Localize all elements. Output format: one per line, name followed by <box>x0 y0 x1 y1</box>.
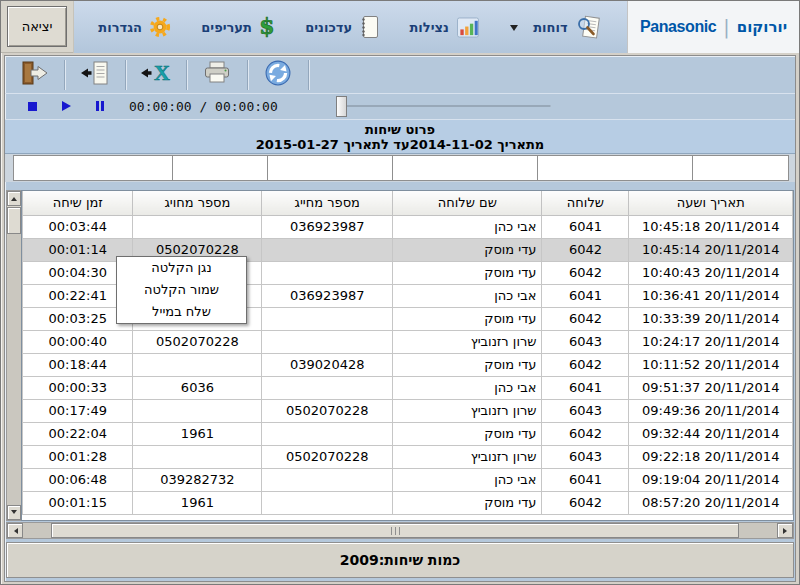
cell-caller: 0502070228 <box>262 399 393 422</box>
cell-name: אבי כהן <box>393 284 542 307</box>
cell-ext: 6041 <box>542 468 629 491</box>
cell-datetime: 10:33:39 20/11/2014 <box>629 307 793 330</box>
refresh-icon <box>265 60 291 89</box>
export-excel-button[interactable]: X <box>131 59 181 91</box>
table-row[interactable]: 09:51:37 20/11/20146041אבי כהן603600:00:… <box>23 376 793 399</box>
arrow-up-icon <box>11 194 17 201</box>
filter-cell[interactable] <box>268 155 393 181</box>
cell-duration: 00:17:49 <box>23 399 133 422</box>
scroll-right-button[interactable] <box>777 523 793 538</box>
player-time: 00:00:00 / 00:00:00 <box>129 99 278 114</box>
exit-button[interactable]: יציאה <box>7 6 67 47</box>
slider-track[interactable] <box>336 105 551 107</box>
printer-button[interactable] <box>192 59 242 91</box>
cell-ext: 6042 <box>542 238 629 261</box>
column-header-datetime[interactable]: תאריך ושעה <box>629 191 793 215</box>
vertical-scroll-thumb[interactable] <box>7 207 21 234</box>
logo-divider: | <box>723 16 729 38</box>
menu-item-report-search[interactable]: דוחות <box>504 11 608 44</box>
filter-cell[interactable] <box>13 155 173 181</box>
dropdown-arrow-icon[interactable] <box>510 25 518 35</box>
slider-handle[interactable] <box>336 96 347 117</box>
cell-name: עדי מוסק <box>393 261 542 284</box>
refresh-button[interactable] <box>253 59 303 91</box>
menu-item-gear[interactable]: הגדרות <box>92 12 177 42</box>
cell-name: אבי כהן <box>393 376 542 399</box>
cell-caller: 039020428 <box>262 353 393 376</box>
horizontal-scroll-track[interactable] <box>23 523 777 538</box>
exit-door-button[interactable] <box>9 59 59 91</box>
table-row[interactable]: 10:45:18 20/11/20146041אבי כהן0369239870… <box>23 215 793 238</box>
stop-icon <box>28 99 37 114</box>
cell-caller <box>262 330 393 353</box>
menu-item-notebook[interactable]: עדכונים <box>299 11 385 43</box>
cell-called <box>133 445 262 468</box>
export-excel-icon: X <box>140 60 172 89</box>
table-row[interactable]: 09:22:18 20/11/20146043שרון רזנוביץ05020… <box>23 445 793 468</box>
scroll-down-button[interactable] <box>7 505 21 520</box>
cell-duration: 00:00:33 <box>23 376 133 399</box>
menu-item-bar-chart[interactable]: נצילות <box>403 13 485 42</box>
brand-logo: Panasonic | יורוקום <box>627 1 799 53</box>
cell-datetime: 10:40:43 20/11/2014 <box>629 261 793 284</box>
horizontal-scrollbar[interactable] <box>6 522 794 539</box>
filter-cell[interactable] <box>393 155 538 181</box>
horizontal-scroll-thumb[interactable] <box>51 523 739 538</box>
table-row[interactable]: 10:11:52 20/11/20146042עדי מוסק039020428… <box>23 353 793 376</box>
table-row[interactable]: 10:24:17 20/11/20146043שרון רזנוביץ05020… <box>23 330 793 353</box>
context-menu-item[interactable]: נגן הקלטה <box>117 257 246 279</box>
vertical-scroll-track[interactable] <box>7 234 21 505</box>
vertical-scrollbar[interactable] <box>6 190 21 521</box>
cell-datetime: 09:51:37 20/11/2014 <box>629 376 793 399</box>
scroll-up-button[interactable] <box>7 191 21 206</box>
menubar-items: הגדרותתעריפים$עדכוניםנצילותדוחות <box>73 1 627 53</box>
context-menu-item[interactable]: שלח במייל <box>117 301 246 323</box>
filter-cell[interactable] <box>693 155 789 181</box>
cell-datetime: 09:32:44 20/11/2014 <box>629 422 793 445</box>
cell-called <box>133 215 262 238</box>
cell-duration: 00:18:44 <box>23 353 133 376</box>
column-header-called[interactable]: מספר מחויג <box>133 191 262 215</box>
cell-name: שרון רזנוביץ <box>393 399 542 422</box>
cell-datetime: 08:57:20 20/11/2014 <box>629 491 793 514</box>
filter-cell[interactable] <box>173 155 268 181</box>
cell-datetime: 09:22:18 20/11/2014 <box>629 445 793 468</box>
table-row[interactable]: 08:57:20 20/11/20146042עדי מוסק196100:01… <box>23 491 793 514</box>
filter-row <box>5 154 795 182</box>
cell-name: שרון רזנוביץ <box>393 445 542 468</box>
table-row[interactable]: 09:49:36 20/11/20146043שרון רזנוביץ05020… <box>23 399 793 422</box>
cell-called: 0502070228 <box>133 330 262 353</box>
scroll-left-button[interactable] <box>7 523 23 538</box>
column-header-name[interactable]: שם שלוחה <box>393 191 542 215</box>
notebook-icon <box>359 15 379 39</box>
table-row[interactable]: 09:19:04 20/11/20146041אבי כהן0392827320… <box>23 468 793 491</box>
grip-icon <box>391 527 400 535</box>
exit-door-icon <box>19 60 49 89</box>
cell-duration: 00:01:28 <box>23 445 133 468</box>
cell-name: עדי מוסק <box>393 307 542 330</box>
cell-name: עדי מוסק <box>393 491 542 514</box>
cell-caller <box>262 422 393 445</box>
cell-name: אבי כהן <box>393 215 542 238</box>
cell-duration: 00:01:15 <box>23 491 133 514</box>
play-button[interactable] <box>53 98 79 116</box>
cell-ext: 6042 <box>542 422 629 445</box>
export-document-button[interactable] <box>70 59 120 91</box>
eurocom-logo: יורוקום <box>737 18 787 36</box>
cell-called: 6036 <box>133 376 262 399</box>
stop-button[interactable] <box>19 98 45 116</box>
table-row[interactable]: 09:32:44 20/11/20146042עדי מוסק196100:22… <box>23 422 793 445</box>
pause-button[interactable] <box>87 98 113 116</box>
cell-caller <box>262 468 393 491</box>
column-header-caller[interactable]: מספר מחייג <box>262 191 393 215</box>
player-seek-slider[interactable] <box>336 96 551 117</box>
toolbar-separator <box>125 60 126 90</box>
column-header-duration[interactable]: זמן שיחה <box>23 191 133 215</box>
printer-icon <box>203 61 231 88</box>
column-header-ext[interactable]: שלוחה <box>542 191 629 215</box>
context-menu-item[interactable]: שמור הקלטה <box>117 279 246 301</box>
menu-item-label: הגדרות <box>98 20 142 35</box>
filter-cell[interactable] <box>538 155 693 181</box>
menu-item-dollar[interactable]: תעריפים$ <box>195 11 281 43</box>
arrow-right-icon <box>783 528 790 534</box>
